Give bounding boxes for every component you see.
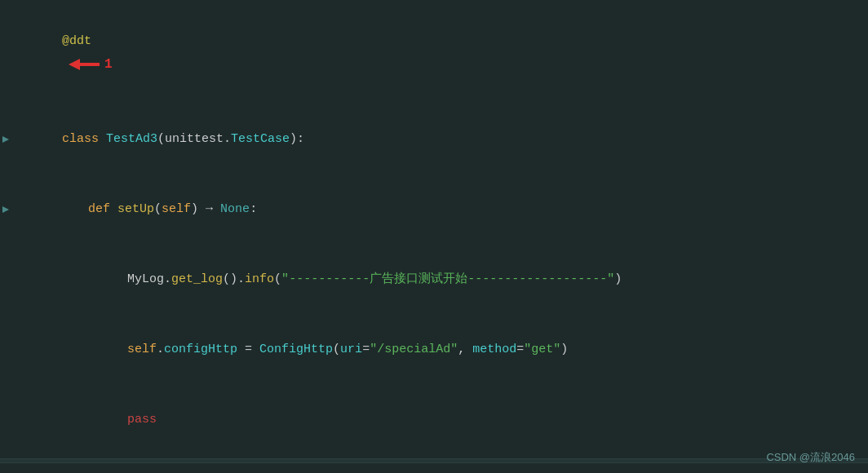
code-line-1: @ddt 1 xyxy=(0,7,868,104)
code-line-7: @data({"pramsname": "ad_code", "testdata… xyxy=(0,466,868,473)
code-separator xyxy=(0,458,868,463)
svg-marker-0 xyxy=(69,59,100,70)
code-content-4: MyLog.get_log().info("-----------广告接口测试开… xyxy=(11,245,622,314)
code-editor: @ddt 1 class TestAd3(unittest.TestCase):… xyxy=(0,0,868,473)
code-content-1: @ddt 1 xyxy=(11,7,113,104)
code-content-2: class TestAd3(unittest.TestCase): xyxy=(11,105,304,174)
code-content-3: def setUp(self) → None: xyxy=(11,175,257,244)
code-content-6: pass xyxy=(11,386,157,454)
code-line-5: self.configHttp = ConfigHttp(uri="/speci… xyxy=(0,315,868,385)
arrow1-icon xyxy=(69,57,100,72)
watermark: CSDN @流浪2046 xyxy=(766,450,855,465)
code-content-7: @data({"pramsname": "ad_code", "testdata… xyxy=(11,467,414,473)
svg-marker-1 xyxy=(2,136,9,143)
code-line-4: MyLog.get_log().info("-----------广告接口测试开… xyxy=(0,245,868,315)
code-line-6: pass xyxy=(0,385,868,455)
code-line-2: class TestAd3(unittest.TestCase): xyxy=(0,104,868,175)
fold-gutter-3 xyxy=(0,206,11,214)
svg-marker-2 xyxy=(2,206,9,213)
fold-gutter-2 xyxy=(0,135,11,144)
code-line-3: def setUp(self) → None: xyxy=(0,175,868,245)
decorator-ddt: @ddt xyxy=(62,34,91,48)
annotation-1-label: 1 xyxy=(104,53,113,76)
code-content-5: self.configHttp = ConfigHttp(uri="/speci… xyxy=(11,316,568,384)
